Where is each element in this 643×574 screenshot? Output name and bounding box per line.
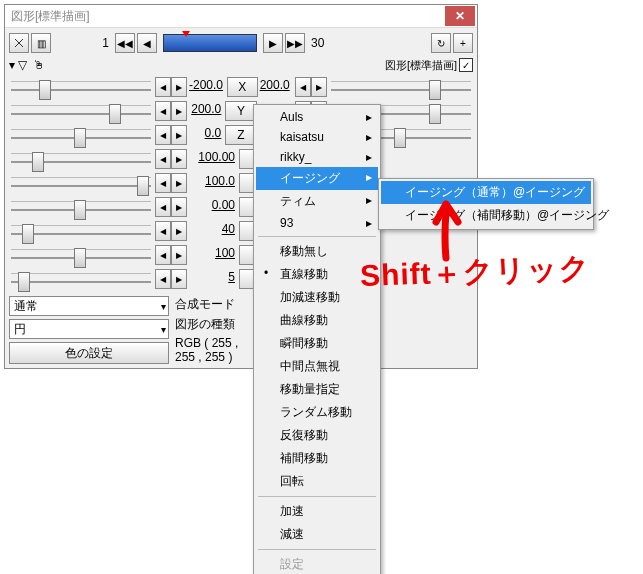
frame-start: 1 bbox=[53, 36, 113, 50]
value-right[interactable]: 200.0 bbox=[260, 78, 293, 96]
menu-item[interactable]: 減速 bbox=[256, 523, 378, 546]
menu-item-nomove[interactable]: 移動無し bbox=[256, 240, 378, 263]
timeline-slider[interactable] bbox=[163, 34, 257, 52]
param-row-y: ◀▶ 200.0 Y 200.0 ◀▶ bbox=[9, 100, 473, 122]
menu-item[interactable]: ティム bbox=[256, 190, 378, 213]
menu-separator bbox=[258, 236, 376, 237]
menu-item-selected[interactable]: 直線移動 bbox=[256, 263, 378, 286]
param-row-z: ◀▶ 0.0 Z 0.0 ◀▶ bbox=[9, 124, 473, 146]
timeline-row: ▥ 1 ◀◀ ◀ ▶ ▶▶ 30 ↻ + bbox=[9, 32, 473, 54]
slider-right[interactable] bbox=[331, 81, 471, 98]
value-left[interactable]: 40 bbox=[189, 222, 237, 240]
dec-button[interactable]: ◀ bbox=[295, 77, 311, 97]
color-button[interactable]: 色の設定 bbox=[9, 342, 169, 364]
submenu-item-normal[interactable]: イージング（通常）@イージング bbox=[381, 181, 591, 204]
menu-item[interactable]: 移動量指定 bbox=[256, 378, 378, 401]
submenu-item-interp[interactable]: イージング（補間移動）@イージング bbox=[381, 204, 591, 227]
menu-item[interactable]: ランダム移動 bbox=[256, 401, 378, 424]
next-button[interactable]: ▶ bbox=[263, 33, 283, 53]
next-fast-button[interactable]: ▶▶ bbox=[285, 33, 305, 53]
shape-value: 円 bbox=[14, 321, 26, 338]
easing-submenu: イージング（通常）@イージング イージング（補間移動）@イージング bbox=[378, 178, 594, 230]
param-button[interactable]: Y bbox=[225, 101, 256, 121]
bottom-controls: 通常 円 色の設定 合成モード 図形の種類 RGB ( 255 , 255 , … bbox=[9, 296, 473, 364]
menu-item[interactable]: 瞬間移動 bbox=[256, 332, 378, 355]
param-button[interactable]: X bbox=[227, 77, 258, 97]
value-left[interactable]: 0.0 bbox=[189, 126, 223, 144]
menu-item[interactable]: 補間移動 bbox=[256, 447, 378, 470]
menu-item[interactable]: kaisatsu bbox=[256, 127, 378, 147]
menu-item-easing[interactable]: イージング bbox=[256, 167, 378, 190]
shape-checkbox[interactable]: ✓ bbox=[459, 58, 473, 72]
icon-copy[interactable]: ▥ bbox=[31, 33, 51, 53]
add-icon[interactable]: + bbox=[453, 33, 473, 53]
param-row-line: ◀▶ 5 ラ bbox=[9, 268, 473, 290]
frame-end: 30 bbox=[307, 36, 335, 50]
menu-separator bbox=[258, 549, 376, 550]
window-title: 図形[標準描画] bbox=[7, 8, 445, 25]
menu-item[interactable]: 回転 bbox=[256, 470, 378, 493]
refresh-icon[interactable]: ↻ bbox=[431, 33, 451, 53]
value-left[interactable]: 0.00 bbox=[189, 198, 237, 216]
menu-item[interactable]: 93 bbox=[256, 213, 378, 233]
shape-dropdown[interactable]: 円 bbox=[9, 319, 169, 339]
dec-button[interactable]: ◀ bbox=[155, 77, 171, 97]
mouse-icon: 🖱 bbox=[33, 58, 45, 72]
icon-cut[interactable] bbox=[9, 33, 29, 53]
value-left[interactable]: 5 bbox=[189, 270, 237, 288]
header-row: ▾ ▽ 🖱 図形[標準描画] ✓ bbox=[9, 54, 473, 76]
menu-item[interactable]: Auls bbox=[256, 107, 378, 127]
blend-label: 合成モード bbox=[175, 296, 239, 316]
titlebar: 図形[標準描画] ✕ bbox=[5, 5, 477, 28]
value-left[interactable]: -200.0 bbox=[189, 78, 225, 96]
shape-type-label: 図形の種類 bbox=[175, 316, 239, 336]
menu-item[interactable]: 反復移動 bbox=[256, 424, 378, 447]
rgb-label: RGB ( 255 , 255 , 255 ) bbox=[175, 336, 239, 356]
menu-item[interactable]: 加速 bbox=[256, 500, 378, 523]
prev-fast-button[interactable]: ◀◀ bbox=[115, 33, 135, 53]
menu-item-settings: 設定 bbox=[256, 553, 378, 574]
close-button[interactable]: ✕ bbox=[445, 6, 475, 26]
value-left[interactable]: 200.0 bbox=[189, 102, 223, 120]
value-left[interactable]: 100.00 bbox=[189, 150, 237, 168]
shape-label: 図形[標準描画] bbox=[385, 58, 457, 73]
easing-context-menu: Auls kaisatsu rikky_ イージング ティム 93 移動無し 直… bbox=[253, 104, 381, 574]
value-left[interactable]: 100.0 bbox=[189, 174, 237, 192]
param-row-x: ◀▶ -200.0 X 200.0 ◀▶ bbox=[9, 76, 473, 98]
menu-item[interactable]: rikky_ bbox=[256, 147, 378, 167]
inc-button[interactable]: ▶ bbox=[171, 77, 187, 97]
menu-item[interactable]: 曲線移動 bbox=[256, 309, 378, 332]
menu-separator bbox=[258, 496, 376, 497]
blend-value: 通常 bbox=[14, 298, 38, 315]
value-left[interactable]: 100 bbox=[189, 246, 237, 264]
param-row-scale: ◀▶ 100.00 拡 bbox=[9, 148, 473, 170]
inc-button[interactable]: ▶ bbox=[311, 77, 327, 97]
slider-left[interactable] bbox=[11, 81, 151, 98]
prev-button[interactable]: ◀ bbox=[137, 33, 157, 53]
menu-item[interactable]: 中間点無視 bbox=[256, 355, 378, 378]
blend-dropdown[interactable]: 通常 bbox=[9, 296, 169, 316]
menu-item[interactable]: 加減速移動 bbox=[256, 286, 378, 309]
param-button[interactable]: Z bbox=[225, 125, 256, 145]
param-row-aspect: ◀▶ 100 縦 bbox=[9, 244, 473, 266]
